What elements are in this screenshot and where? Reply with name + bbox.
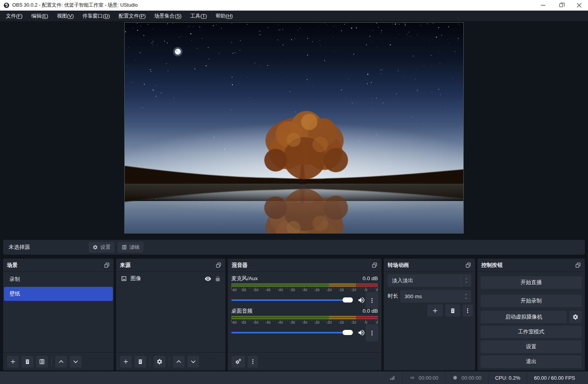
volume-slider-handle[interactable] (343, 297, 353, 302)
menu-item-v[interactable]: 视图(V) (53, 11, 78, 21)
menu-item-h[interactable]: 帮助(H) (211, 11, 237, 21)
cpu-usage: CPU: 0.2% (488, 375, 527, 381)
trash-icon (450, 308, 456, 314)
gear-icon (572, 314, 579, 320)
scene-item-1[interactable]: 壁纸 (4, 287, 113, 301)
transitions-panel: 转场动画 淡入淡出 时长 300 ms (384, 259, 475, 370)
add-source-button[interactable] (120, 356, 132, 368)
menu-item-s[interactable]: 场景集合(S) (150, 11, 186, 21)
scene-item-0[interactable]: 录制 (4, 272, 113, 286)
remove-source-button[interactable] (134, 356, 146, 368)
minimize-icon (541, 3, 545, 7)
preview-canvas[interactable] (124, 22, 464, 234)
menu-item-d[interactable]: 停靠窗口(D) (78, 11, 114, 21)
channel-name: 麦克风/Aux (231, 275, 258, 282)
scene-image (125, 23, 463, 233)
volume-slider[interactable] (231, 299, 353, 301)
controls-panel: 控制按钮 开始直播 开始录制 启动虚拟摄像机 工作室模式 设置 退出 (477, 259, 585, 370)
mixer-menu-button[interactable] (248, 356, 258, 368)
close-button[interactable] (570, 0, 588, 11)
gear-icon (93, 245, 98, 250)
chevron-up-icon (176, 359, 182, 365)
exit-button[interactable]: 退出 (481, 355, 582, 368)
mixer-panel: 混音器 麦克风/Aux 0.0 dB -60-55-50-45-40-35-30… (228, 259, 381, 370)
close-icon (577, 3, 581, 7)
connection-quality (383, 375, 402, 381)
toolbar-divider (51, 357, 52, 366)
source-item-image[interactable]: 图像 (116, 272, 225, 285)
source-properties-button[interactable] (154, 356, 165, 368)
channel-menu-button[interactable] (366, 324, 378, 342)
advanced-audio-button[interactable] (232, 356, 245, 368)
source-settings-button[interactable]: 设置 (89, 242, 114, 253)
record-dot-icon (452, 375, 458, 381)
volume-slider[interactable] (231, 332, 353, 333)
plus-icon (10, 359, 16, 365)
channel-db: 0.0 dB (363, 308, 378, 314)
menu-item-p[interactable]: 配置文件(P) (114, 11, 150, 21)
start-virtualcam-button[interactable]: 启动虚拟摄像机 (481, 311, 567, 323)
trash-icon (137, 359, 143, 365)
kebab-menu-icon (250, 359, 256, 365)
spinner-updown-icon[interactable] (461, 274, 471, 287)
kebab-menu-icon (369, 297, 375, 304)
signal-bars-icon (389, 375, 396, 381)
mixer-channel-mic: 麦克风/Aux 0.0 dB -60-55-50-45-40-35-30-25-… (228, 274, 381, 307)
trash-icon (24, 359, 31, 365)
start-recording-button[interactable]: 开始录制 (481, 295, 582, 307)
menu-item-e[interactable]: 编辑(E) (27, 11, 53, 21)
channel-db: 0.0 dB (363, 275, 378, 281)
image-icon (121, 275, 127, 282)
popout-icon[interactable] (104, 262, 110, 268)
source-down-button[interactable] (187, 356, 199, 368)
broadcast-icon (409, 375, 416, 381)
volume-slider-handle[interactable] (343, 330, 353, 335)
sources-header: 来源 (116, 259, 225, 272)
start-streaming-button[interactable]: 开始直播 (481, 276, 582, 289)
controls-title: 控制按钮 (481, 262, 503, 269)
scene-list: 录制壁纸 (3, 272, 114, 301)
popout-icon[interactable] (372, 262, 377, 268)
scenes-toolbar (3, 352, 114, 370)
scene-filters-button[interactable] (36, 356, 48, 368)
menu-item-t[interactable]: 工具(T) (186, 11, 211, 21)
source-filters-button[interactable]: 滤镜 (118, 242, 143, 253)
popout-icon[interactable] (575, 262, 581, 268)
remove-transition-button[interactable] (445, 304, 460, 317)
source-up-button[interactable] (173, 356, 185, 368)
sources-toolbar (116, 352, 225, 370)
virtualcam-config-button[interactable] (569, 311, 582, 323)
transition-menu-button[interactable] (463, 304, 473, 317)
visibility-eye-icon[interactable] (205, 275, 211, 282)
transitions-title: 转场动画 (388, 262, 409, 269)
transition-select[interactable]: 淡入淡出 (388, 274, 471, 287)
sources-title: 来源 (120, 262, 131, 269)
kebab-menu-icon (369, 330, 375, 336)
scene-up-button[interactable] (55, 356, 67, 368)
mixer-channel-desktop: 桌面音频 0.0 dB -60-55-50-45-40-35-30-25-20-… (228, 307, 381, 340)
record-timer: 00:00:00 (445, 375, 488, 381)
scene-down-button[interactable] (70, 356, 82, 368)
minimize-button[interactable] (534, 0, 552, 11)
lock-open-icon[interactable] (215, 276, 221, 282)
restore-icon (559, 4, 563, 7)
spinner-updown-icon[interactable] (464, 293, 471, 300)
popout-icon[interactable] (216, 262, 221, 268)
menu-item-f[interactable]: 文件(F) (2, 11, 27, 21)
remove-scene-button[interactable] (22, 356, 33, 368)
window-title: OBS 30.0.2 - 配置文件: 优篮子智能工作室 - 场景: UStudi… (12, 2, 138, 9)
no-source-label: 未选择源 (9, 240, 30, 255)
popout-icon[interactable] (465, 262, 471, 268)
transition-value: 淡入淡出 (388, 277, 461, 284)
studio-mode-button[interactable]: 工作室模式 (481, 326, 582, 338)
scenes-panel: 场景 录制壁纸 (3, 259, 114, 370)
add-scene-button[interactable] (7, 356, 19, 368)
plus-icon (432, 308, 438, 314)
settings-button[interactable]: 设置 (481, 341, 582, 353)
restore-button[interactable] (552, 0, 570, 11)
speaker-icon[interactable] (358, 329, 365, 337)
add-transition-button[interactable] (427, 304, 443, 317)
moon (173, 47, 183, 56)
duration-field[interactable]: 300 ms (400, 290, 471, 302)
speaker-icon[interactable] (358, 296, 365, 304)
